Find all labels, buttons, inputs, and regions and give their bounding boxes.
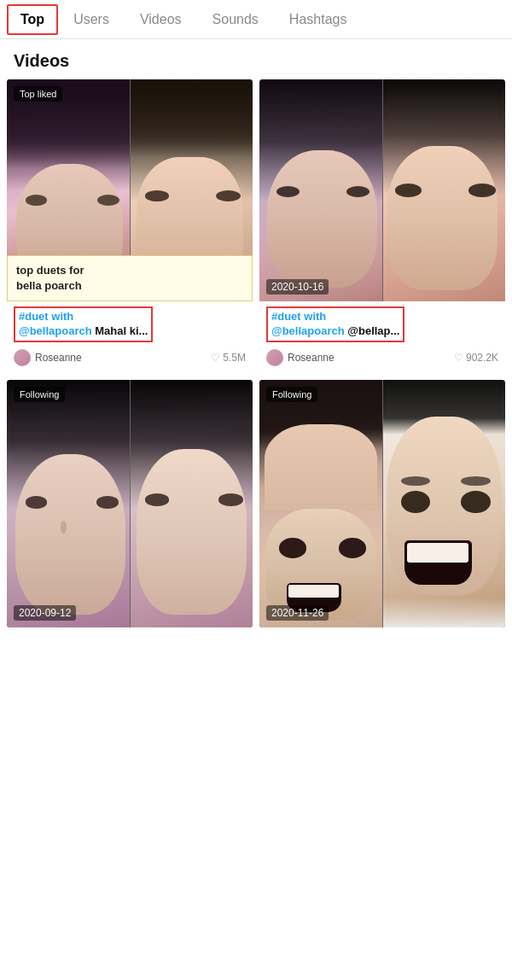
tab-hashtags[interactable]: Hashtags [274,0,363,38]
hashtag-label-2: #duet with @bellapoarch @bellap... [266,306,404,342]
date-4: 2020-11-26 [266,605,329,621]
badge-following-3: Following [14,387,65,402]
date-2: 2020-10-16 [266,279,329,295]
tab-bar: Top Users Videos Sounds Hashtags [0,0,512,39]
avatar-2 [266,349,283,366]
heart-icon-2: ♡ [454,352,463,364]
badge-top-liked: Top liked [14,86,62,102]
tab-top[interactable]: Top [7,4,58,35]
video-card-2[interactable]: 2020-10-16 #duet with @bellapoarch @bell… [259,79,505,373]
likes-2: ♡ 902.2K [454,352,498,364]
video-card-4[interactable]: Following 2020-11-26 [259,380,505,627]
thumbnail-3: Following 2020-09-12 [7,380,253,627]
avatar-1 [14,349,31,366]
meta-row-2: Roseanne ♡ 902.2K [266,349,498,366]
tab-sounds[interactable]: Sounds [197,0,274,38]
video-card-1[interactable]: Top liked top duets forbella poarch #due… [7,79,253,373]
tooltip-box-1: top duets forbella poarch [7,255,253,301]
thumbnail-1: Top liked top duets forbella poarch [7,79,253,301]
thumbnail-4: Following 2020-11-26 [259,380,505,627]
video-card-3[interactable]: Following 2020-09-12 [7,380,253,627]
hashtag-label-1: #duet with @bellapoarch Mahal ki... [14,306,153,342]
badge-following-4: Following [266,387,317,402]
thumbnail-2: 2020-10-16 [259,79,505,301]
video-grid: Top liked top duets forbella poarch #due… [0,79,512,641]
section-title: Videos [0,39,512,79]
tab-users[interactable]: Users [58,0,125,38]
date-3: 2020-09-12 [14,605,76,621]
tab-videos[interactable]: Videos [125,0,197,38]
author-1: Roseanne [14,349,82,366]
meta-row-1: Roseanne ♡ 5.5M [14,349,246,366]
heart-icon-1: ♡ [211,352,220,364]
video-info-1: #duet with @bellapoarch Mahal ki... Rose… [7,301,253,373]
likes-1: ♡ 5.5M [211,352,246,364]
video-info-2: #duet with @bellapoarch @bellap... Rosea… [259,301,505,373]
author-2: Roseanne [266,349,335,366]
